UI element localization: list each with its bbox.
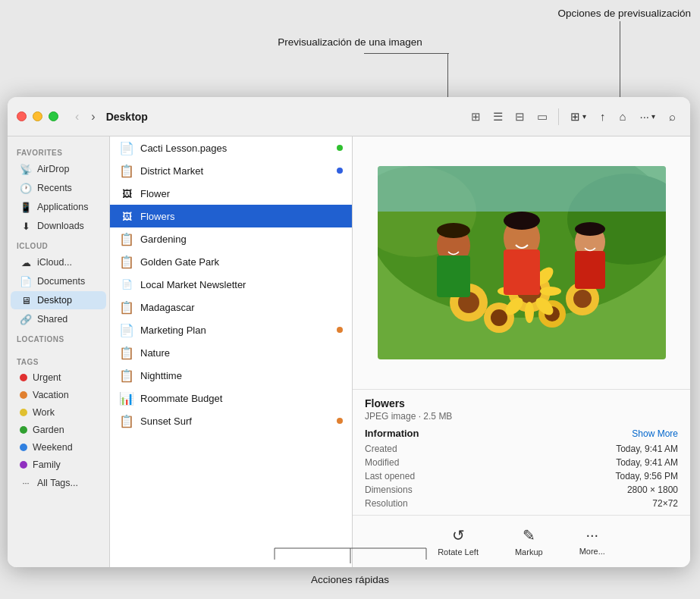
file-icon-flower: 🖼 xyxy=(119,186,134,201)
preview-pane: Flowers JPEG image · 2.5 MB Information … xyxy=(353,136,690,567)
meta-row-modified: Modified Today, 9:41 AM xyxy=(365,456,678,469)
show-more-button[interactable]: Show More xyxy=(632,428,678,439)
file-name-flower: Flower xyxy=(140,188,343,199)
sidebar-item-tag-weekend[interactable]: Weekend xyxy=(11,439,106,456)
sidebar-item-icloud[interactable]: ☁ iCloud... xyxy=(11,253,106,271)
more-icon: ··· xyxy=(639,110,649,123)
file-item-flower[interactable]: 🖼 Flower xyxy=(110,182,352,205)
file-item-cacti[interactable]: 📄 Cacti Lesson.pages xyxy=(110,136,352,159)
file-icon-nature: 📋 xyxy=(119,345,134,360)
svg-point-18 xyxy=(540,287,561,296)
file-item-flowers[interactable]: 🖼 Flowers xyxy=(110,205,352,227)
svg-rect-4 xyxy=(378,166,666,212)
share-button[interactable]: ↑ xyxy=(595,107,611,126)
maximize-button[interactable] xyxy=(49,111,58,121)
sidebar-label-urgent: Urgent xyxy=(33,372,61,383)
preview-filename: Flowers xyxy=(365,397,678,409)
close-button[interactable] xyxy=(17,111,27,121)
view-list-button[interactable]: ☰ xyxy=(488,107,507,127)
svg-rect-28 xyxy=(575,251,605,289)
tag-dot-weekend xyxy=(20,444,27,451)
documents-icon: 📄 xyxy=(20,275,32,287)
meta-table: Created Today, 9:41 AM Modified Today, 9… xyxy=(365,442,678,510)
sidebar-item-desktop[interactable]: 🖥 Desktop xyxy=(11,291,106,309)
sidebar-item-shared[interactable]: 🔗 Shared xyxy=(11,310,106,328)
back-button[interactable]: ‹ xyxy=(71,108,83,125)
sidebar-item-tag-family[interactable]: Family xyxy=(11,456,106,473)
meta-row-resolution: Resolution 72×72 xyxy=(365,497,678,510)
view-columns-button[interactable]: ⊟ xyxy=(510,107,529,127)
sidebar-label-work: Work xyxy=(33,407,55,418)
nav-buttons: ‹ › xyxy=(71,108,100,125)
file-icon-marketing: 📄 xyxy=(119,322,134,337)
sidebar-item-tag-vacation[interactable]: Vacation xyxy=(11,387,106,403)
meta-value-resolution: 72×72 xyxy=(441,497,678,510)
meta-label-resolution: Resolution xyxy=(365,497,441,510)
file-item-gardening[interactable]: 📋 Gardening xyxy=(110,227,352,250)
sidebar-item-tag-urgent[interactable]: Urgent xyxy=(11,369,106,386)
svg-rect-24 xyxy=(504,249,540,295)
file-item-goldengate[interactable]: 📋 Golden Gate Park xyxy=(110,250,352,273)
file-icon-localmarket: 📄 xyxy=(119,277,134,292)
minimize-button[interactable] xyxy=(33,111,42,121)
meta-value-dimensions: 2800 × 1800 xyxy=(441,483,678,497)
share-icon: ↑ xyxy=(600,110,606,123)
search-button[interactable]: ⌕ xyxy=(664,107,681,126)
sidebar-item-airdrop[interactable]: 📡 AirDrop xyxy=(11,160,106,178)
file-item-madagascar[interactable]: 📋 Madagascar xyxy=(110,296,352,318)
outer-container: Opciones de previsualización Previsualiz… xyxy=(0,0,700,599)
action-markup[interactable]: ✎ Markup xyxy=(509,523,549,560)
sidebar-section-favorites: Favorites xyxy=(8,143,109,159)
file-name-flowers: Flowers xyxy=(140,211,343,222)
toolbar-divider xyxy=(558,108,559,125)
file-item-sunsetsurf[interactable]: 📋 Sunset Surf xyxy=(110,409,352,432)
sidebar-label-documents: Documents xyxy=(37,276,85,287)
file-icon-flowers: 🖼 xyxy=(119,209,134,224)
file-name-gardening: Gardening xyxy=(140,234,343,245)
file-item-nighttime[interactable]: 📋 Nighttime xyxy=(110,364,352,387)
annotation-line-preview xyxy=(447,53,448,99)
file-icon-sunsetsurf: 📋 xyxy=(119,413,134,428)
action-label-rotate: Rotate Left xyxy=(438,547,479,557)
sidebar-label-icloud: iCloud... xyxy=(37,257,72,268)
meta-value-lastopened: Today, 9:56 PM xyxy=(441,469,678,483)
file-icon-district: 📋 xyxy=(119,163,134,178)
action-more[interactable]: ··· More... xyxy=(573,523,611,560)
more-actions-icon: ··· xyxy=(585,526,598,544)
file-dot-marketing xyxy=(337,327,343,333)
forward-button[interactable]: › xyxy=(86,108,99,125)
recents-icon: 🕐 xyxy=(20,182,32,194)
sidebar-label-desktop: Desktop xyxy=(37,295,72,306)
file-dot-district xyxy=(337,168,343,174)
sidebar-item-downloads[interactable]: ⬇ Downloads xyxy=(11,217,106,235)
tags-button[interactable]: ⌂ xyxy=(614,107,631,126)
view-options-icon: ⊞ xyxy=(570,110,580,124)
meta-label-created: Created xyxy=(365,442,441,456)
sidebar-item-documents[interactable]: 📄 Documents xyxy=(11,272,106,290)
svg-point-31 xyxy=(575,222,605,236)
preview-image-area xyxy=(353,136,690,389)
view-gallery-button[interactable]: ▭ xyxy=(532,107,552,127)
svg-point-16 xyxy=(525,302,534,323)
file-icon-nighttime: 📋 xyxy=(119,368,134,383)
meta-row-created: Created Today, 9:41 AM xyxy=(365,442,678,456)
file-dot-cacti xyxy=(337,145,343,151)
annotation-line-h-preview xyxy=(364,53,449,54)
sidebar-item-recents[interactable]: 🕐 Recents xyxy=(11,179,106,197)
view-options-button[interactable]: ⊞ ▾ xyxy=(565,107,592,127)
file-item-localmarket[interactable]: 📄 Local Market Newsletter xyxy=(110,273,352,296)
svg-rect-26 xyxy=(437,256,470,297)
file-item-marketing[interactable]: 📄 Marketing Plan xyxy=(110,318,352,341)
sidebar-item-applications[interactable]: 📱 Applications xyxy=(11,198,106,216)
svg-point-10 xyxy=(573,290,592,308)
file-item-district[interactable]: 📋 District Market xyxy=(110,159,352,182)
file-item-nature[interactable]: 📋 Nature xyxy=(110,341,352,364)
sidebar-item-tag-work[interactable]: Work xyxy=(11,404,106,421)
view-grid-button[interactable]: ⊞ xyxy=(466,107,485,127)
file-item-roommate[interactable]: 📊 Roommate Budget xyxy=(110,387,352,409)
meta-row-lastopened: Last opened Today, 9:56 PM xyxy=(365,469,678,483)
sidebar-item-tag-alltags[interactable]: ··· All Tags... xyxy=(11,474,106,492)
action-rotate-left[interactable]: ↺ Rotate Left xyxy=(432,523,485,560)
more-button[interactable]: ··· ▾ xyxy=(634,107,661,126)
sidebar-item-tag-garden[interactable]: Garden xyxy=(11,422,106,438)
